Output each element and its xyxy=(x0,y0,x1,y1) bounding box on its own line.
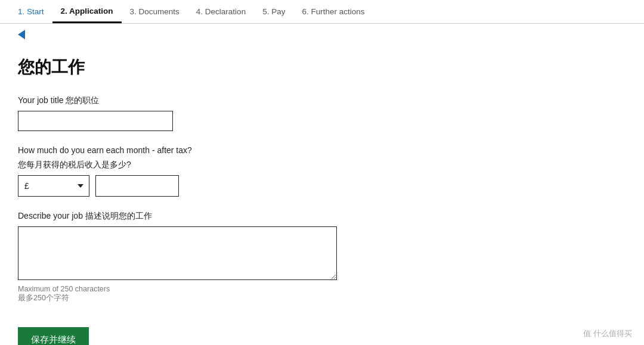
describe-job-textarea[interactable] xyxy=(18,226,337,280)
job-title-label: Your job title 您的职位 xyxy=(18,95,626,106)
step-1-start[interactable]: 1. Start xyxy=(18,0,52,23)
earnings-label-zh: 您每月获得的税后收入是多少? xyxy=(18,160,626,170)
job-title-input[interactable] xyxy=(18,111,173,131)
step-4-declaration: 4. Declaration xyxy=(188,0,254,23)
step-5-pay: 5. Pay xyxy=(254,0,293,23)
page-title: 您的工作 xyxy=(18,56,626,79)
save-continue-button[interactable]: 保存并继续 xyxy=(18,327,89,345)
back-arrow-row xyxy=(0,24,644,44)
step-6-further-actions: 6. Further actions xyxy=(293,0,373,23)
currency-select[interactable]: £ $ € xyxy=(18,175,89,197)
steps-navigation: 1. Start 2. Application 3. Documents 4. … xyxy=(0,0,644,24)
currency-select-wrapper: £ $ € xyxy=(18,175,89,197)
char-limit-zh: 最多250个字符 xyxy=(18,294,69,302)
describe-job-group: Describe your job 描述说明您的工作 Maximum of 25… xyxy=(18,211,626,303)
watermark: 值 什么值得买 xyxy=(583,328,632,339)
step-3-documents: 3. Documents xyxy=(122,0,188,23)
job-title-group: Your job title 您的职位 xyxy=(18,95,626,131)
describe-job-label: Describe your job 描述说明您的工作 xyxy=(18,211,626,222)
earnings-label-en: How much do you earn each month - after … xyxy=(18,145,626,155)
earnings-row: £ $ € xyxy=(18,175,626,197)
earnings-group: How much do you earn each month - after … xyxy=(18,145,626,197)
char-limit-text: Maximum of 250 characters 最多250个字符 xyxy=(18,285,626,303)
back-arrow-icon[interactable] xyxy=(18,30,25,39)
step-2-application: 2. Application xyxy=(52,0,122,23)
main-content: 您的工作 Your job title 您的职位 How much do you… xyxy=(0,44,644,345)
char-limit-en: Maximum of 250 characters xyxy=(18,285,110,293)
earnings-amount-input[interactable] xyxy=(95,175,179,197)
